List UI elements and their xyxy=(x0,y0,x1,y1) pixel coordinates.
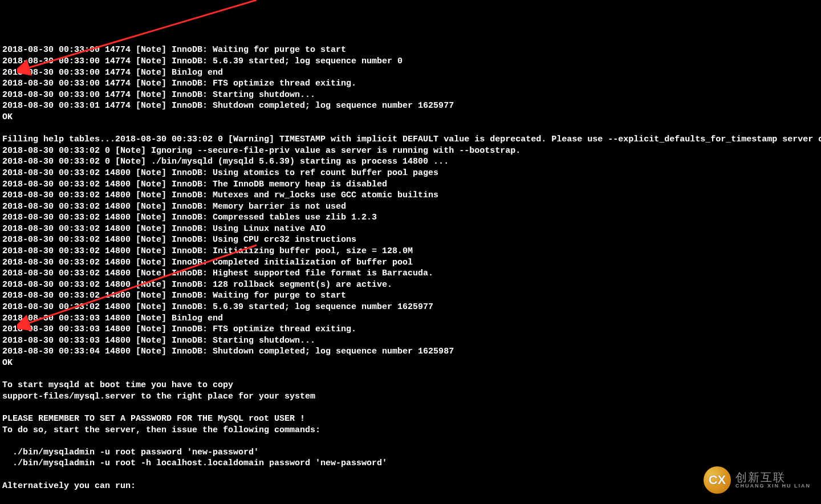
watermark-main: 创新互联 xyxy=(735,471,811,483)
terminal-output[interactable]: 2018-08-30 00:33:00 14774 [Note] InnoDB:… xyxy=(2,44,819,504)
watermark-logo-text: CX xyxy=(709,474,726,486)
watermark: CX 创新互联 CHUANG XIN HU LIAN xyxy=(704,466,811,494)
watermark-sub: CHUANG XIN HU LIAN xyxy=(735,483,811,489)
watermark-logo-icon: CX xyxy=(704,466,731,494)
